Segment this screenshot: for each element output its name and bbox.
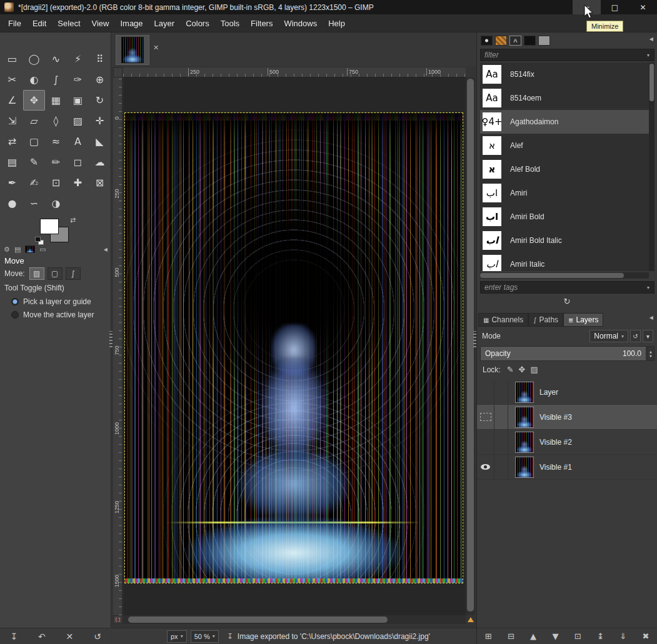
lock-pixels-icon[interactable]: ✎ — [507, 365, 514, 374]
dock-menu-icon[interactable]: ◀ — [649, 315, 653, 320]
lower-layer-button[interactable]: ▼ — [552, 632, 558, 641]
tool-ellipse-select[interactable]: ◯ — [23, 49, 45, 69]
new-layer-button[interactable]: ⊞ — [485, 632, 492, 641]
canvas-image[interactable] — [125, 113, 463, 583]
fonts-tab-icon[interactable]: A — [509, 36, 521, 46]
image-tab[interactable] — [116, 35, 149, 65]
merge-down-button[interactable]: ⇓ — [619, 632, 626, 641]
lock-alpha-icon[interactable]: ▨ — [531, 365, 538, 374]
image-tab-close-icon[interactable]: ✕ — [153, 44, 159, 52]
tool-perspective-clone[interactable]: ⊠ — [89, 172, 111, 193]
maximize-button[interactable]: □ — [601, 0, 629, 14]
font-list-item[interactable]: א Alef Bold — [480, 157, 654, 181]
tool-ink[interactable]: ✒ — [1, 172, 23, 193]
tool-gradient[interactable]: ▤ — [1, 152, 23, 172]
layer-thumbnail[interactable] — [515, 457, 534, 478]
visibility-toggle[interactable] — [477, 430, 494, 455]
horizontal-ruler[interactable]: 250 500 750 1000 — [123, 67, 466, 77]
horizontal-scrollbar[interactable] — [123, 615, 466, 624]
raise-layer-button[interactable]: ▲ — [530, 632, 536, 641]
font-list-item[interactable]: اب Amiri Bold — [480, 205, 654, 229]
tool-warp-transform[interactable]: ≈ — [45, 131, 67, 152]
radio-move-active[interactable]: Move the active layer — [11, 310, 94, 319]
tool-smudge[interactable]: ∽ — [23, 193, 45, 214]
font-list-item[interactable]: اب Amiri — [480, 181, 654, 205]
mode-select[interactable]: Normal ▾ — [589, 330, 628, 342]
mode-switch-button[interactable]: ↺ — [630, 330, 641, 342]
new-layer-group-button[interactable]: ⊟ — [508, 632, 514, 641]
tool-align[interactable]: ▦ — [45, 90, 67, 111]
tags-input[interactable] — [480, 281, 654, 294]
visibility-toggle[interactable] — [477, 380, 494, 405]
layer-thumbnail[interactable] — [515, 382, 534, 403]
layer-row[interactable]: Visible #2 — [477, 430, 657, 455]
link-toggle[interactable] — [494, 455, 508, 480]
save-tool-preset-button[interactable]: ↧ — [10, 632, 18, 642]
tool-pencil[interactable]: ✎ — [23, 152, 45, 172]
layer-row[interactable]: Visible #1 — [477, 455, 657, 480]
dock-menu-icon[interactable]: ◀ — [649, 36, 653, 42]
default-colors-icon[interactable] — [35, 237, 41, 242]
tool-unified-transform[interactable]: ▨ — [67, 111, 89, 131]
swap-colors-icon[interactable]: ⇄ — [70, 216, 76, 224]
ruler-corner-button[interactable] — [113, 67, 123, 77]
link-toggle[interactable] — [494, 430, 508, 455]
tool-clone[interactable]: ⊡ — [45, 172, 67, 193]
font-list-hscrollbar[interactable] — [480, 272, 649, 279]
layer-name[interactable]: Visible #3 — [539, 413, 572, 422]
move-selection-button[interactable]: ▢ — [48, 267, 63, 280]
foreground-color-swatch[interactable] — [40, 219, 59, 234]
tool-airbrush[interactable]: ☁ — [89, 152, 111, 172]
tool-color-picker[interactable]: ✑ — [67, 69, 89, 90]
brushes-tab-icon[interactable] — [481, 36, 493, 46]
restore-tool-preset-button[interactable]: ↶ — [38, 632, 46, 642]
tool-cage-transform[interactable]: ▢ — [23, 131, 45, 152]
tool-scale[interactable]: ⇲ — [1, 111, 23, 131]
tool-select-by-color[interactable]: ⠿ — [89, 49, 111, 69]
font-filter-input[interactable] — [480, 49, 654, 61]
font-list-item-selected[interactable]: ♀4+ Agathodaimon — [480, 110, 654, 134]
tab-channels[interactable]: ▦ Channels — [478, 313, 528, 327]
layer-name[interactable]: Layer — [539, 388, 558, 397]
visibility-toggle[interactable] — [477, 405, 494, 430]
link-toggle[interactable] — [494, 380, 508, 405]
lock-position-icon[interactable]: ✥ — [519, 365, 526, 374]
tool-measure[interactable]: ∠ — [1, 90, 23, 111]
device-status-tab-icon[interactable]: ▤ — [14, 245, 21, 254]
tool-scissors-select[interactable]: ✂ — [1, 69, 23, 90]
tool-bucket-fill[interactable]: ◣ — [89, 131, 111, 152]
font-list-hscrollbar-thumb[interactable] — [480, 273, 624, 278]
tool-options-tab-icon[interactable]: ⚙ — [4, 245, 10, 254]
menu-colors[interactable]: Colors — [180, 16, 215, 31]
dock-menu-icon[interactable]: ◀ — [104, 247, 108, 252]
opacity-slider[interactable]: Opacity 100.0 — [480, 346, 646, 361]
navigation-button[interactable] — [466, 615, 475, 624]
tool-paintbrush[interactable]: ✏ — [45, 152, 67, 172]
canvas-viewport[interactable] — [123, 77, 466, 615]
tool-eraser[interactable]: ◻ — [67, 152, 89, 172]
panel-resize-handle[interactable] — [473, 331, 476, 347]
link-toggle[interactable] — [494, 405, 508, 430]
menu-edit[interactable]: Edit — [27, 16, 52, 31]
tool-dodge-burn[interactable]: ◑ — [45, 193, 67, 214]
tool-rectangle-select[interactable]: ▭ — [1, 49, 23, 69]
radio-pick-layer[interactable]: Pick a layer or guide — [11, 297, 91, 306]
tool-foreground-select[interactable]: ◐ — [23, 69, 45, 90]
tool-heal[interactable]: ✚ — [67, 172, 89, 193]
move-layer-button[interactable]: ▨ — [29, 267, 44, 280]
visibility-toggle[interactable] — [477, 455, 494, 480]
undo-history-tab-icon[interactable]: ▭ — [39, 245, 46, 254]
refresh-fonts-button[interactable]: ↻ — [559, 295, 575, 307]
document-history-tab-icon[interactable] — [524, 36, 536, 46]
tool-zoom[interactable]: ⊕ — [89, 69, 111, 90]
menu-windows[interactable]: Windows — [278, 16, 323, 31]
delete-layer-button[interactable]: ✖ — [642, 632, 649, 641]
font-list-item[interactable]: א Alef — [480, 134, 654, 157]
tab-paths[interactable]: ∫ Paths — [528, 313, 563, 327]
font-list-item[interactable]: Aa 8514oem — [480, 86, 654, 110]
move-path-button[interactable]: ∫ — [66, 267, 81, 280]
menu-file[interactable]: File — [3, 16, 27, 31]
close-button[interactable]: ✕ — [629, 0, 657, 14]
tool-shear[interactable]: ▱ — [23, 111, 45, 131]
menu-filters[interactable]: Filters — [245, 16, 278, 31]
